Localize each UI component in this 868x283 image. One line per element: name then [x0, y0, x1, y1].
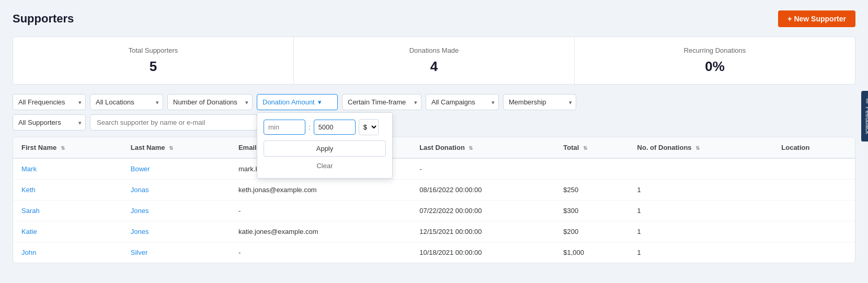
table-cell: 1 [629, 180, 773, 201]
page-title: Supporters [13, 12, 74, 26]
table-cell: - [230, 201, 411, 221]
col-no-donations[interactable]: No. of Donations ⇅ [629, 137, 773, 158]
sort-no-donations-icon: ⇅ [695, 145, 700, 151]
table-cell [773, 158, 855, 180]
table-cell[interactable]: Katie [13, 221, 122, 242]
donations-count-filter[interactable]: Number of Donations [167, 94, 253, 110]
stat-recurring-donations-label: Recurring Donations [587, 46, 842, 54]
stat-total-supporters: Total Supporters 5 [13, 37, 294, 84]
table-cell: - [411, 158, 555, 180]
donation-max-input[interactable] [314, 120, 356, 135]
table-cell [773, 201, 855, 221]
table-cell: 08/16/2022 00:00:00 [411, 180, 555, 201]
table-cell [629, 158, 773, 180]
chevron-down-icon: ▾ [318, 98, 322, 106]
filters-row-1: All Frequencies All Locations Number of … [13, 94, 855, 110]
table-cell: 10/18/2021 00:00:00 [411, 242, 555, 263]
table-cell[interactable]: Mark [13, 158, 122, 180]
sort-last-donation-icon: ⇅ [469, 145, 473, 151]
stat-recurring-donations-value: 0% [587, 58, 842, 75]
table-cell [773, 242, 855, 263]
stat-recurring-donations: Recurring Donations 0% [575, 37, 855, 84]
donation-amount-label: Donation Amount [262, 98, 315, 106]
table-cell: 1 [629, 201, 773, 221]
table-row: SarahJones-07/22/2022 00:00:00$3001 [13, 201, 855, 221]
search-input[interactable] [90, 114, 257, 131]
table-row: JohnSilver-10/18/2021 00:00:00$1,0001 [13, 242, 855, 263]
sort-first-name-icon: ⇅ [61, 145, 65, 151]
feedback-icon: ✉ [864, 98, 868, 103]
sort-last-name-icon: ⇅ [169, 145, 173, 151]
donation-amount-filter-container: Donation Amount ▾ : $ € £ Apply Clear [257, 94, 338, 110]
table-cell: $1,000 [555, 242, 629, 263]
supporters-type-filter[interactable]: All Supporters [13, 114, 86, 131]
frequencies-filter[interactable]: All Frequencies [13, 94, 86, 110]
table-cell: 1 [629, 221, 773, 242]
table-cell: 07/22/2022 00:00:00 [411, 201, 555, 221]
table-cell[interactable]: Sarah [13, 201, 122, 221]
table-cell: $300 [555, 201, 629, 221]
locations-filter[interactable]: All Locations [90, 94, 163, 110]
frequencies-select[interactable]: All Frequencies [13, 94, 86, 110]
campaigns-filter[interactable]: All Campaigns [426, 94, 499, 110]
new-supporter-button[interactable]: + New Supporter [778, 10, 855, 27]
donation-amount-button[interactable]: Donation Amount ▾ [257, 94, 338, 110]
stat-donations-made: Donations Made 4 [294, 37, 575, 84]
col-last-donation[interactable]: Last Donation ⇅ [411, 137, 555, 158]
timeframe-select[interactable]: Certain Time-frame [342, 94, 421, 110]
sort-total-icon: ⇅ [583, 145, 587, 151]
table-cell[interactable]: John [13, 242, 122, 263]
table-cell [773, 221, 855, 242]
table-cell [773, 180, 855, 201]
feedback-label: Feedback [864, 107, 868, 134]
col-location: Location [773, 137, 855, 158]
table-row: KatieJoneskatie.jones@example.com12/15/2… [13, 221, 855, 242]
table-row: MarkBowermark.bower@example.com- [13, 158, 855, 180]
donation-amount-dropdown: : $ € £ Apply Clear [257, 112, 393, 179]
table-cell[interactable]: Jonas [122, 180, 230, 201]
table-cell [555, 158, 629, 180]
table-row: KethJonasketh.jonas@example.com08/16/202… [13, 180, 855, 201]
membership-filter[interactable]: Membership [503, 94, 576, 110]
table-cell[interactable]: Jones [122, 221, 230, 242]
stats-row: Total Supporters 5 Donations Made 4 Recu… [13, 37, 855, 85]
table-cell: keth.jonas@example.com [230, 180, 411, 201]
stat-total-supporters-value: 5 [26, 58, 281, 75]
clear-button[interactable]: Clear [264, 160, 386, 172]
apply-button[interactable]: Apply [264, 140, 386, 157]
locations-select[interactable]: All Locations [90, 94, 163, 110]
currency-select[interactable]: $ € £ [359, 119, 379, 135]
filters-row-2: All Supporters [13, 114, 855, 131]
col-last-name[interactable]: Last Name ⇅ [122, 137, 230, 158]
table-cell[interactable]: Jones [122, 201, 230, 221]
donation-min-input[interactable] [264, 120, 305, 135]
table-cell: - [230, 242, 411, 263]
supporters-table: First Name ⇅ Last Name ⇅ Email ⇅ Last Do… [13, 137, 855, 263]
table-cell[interactable]: Silver [122, 242, 230, 263]
supporters-type-select[interactable]: All Supporters [13, 114, 86, 131]
donations-count-select[interactable]: Number of Donations [167, 94, 253, 110]
col-total[interactable]: Total ⇅ [555, 137, 629, 158]
table-cell: $250 [555, 180, 629, 201]
table-header-row: First Name ⇅ Last Name ⇅ Email ⇅ Last Do… [13, 137, 855, 158]
table-cell: 1 [629, 242, 773, 263]
feedback-tab[interactable]: ✉ Feedback [861, 91, 868, 142]
table-cell[interactable]: Bower [122, 158, 230, 180]
campaigns-select[interactable]: All Campaigns [426, 94, 499, 110]
timeframe-filter[interactable]: Certain Time-frame [342, 94, 421, 110]
col-first-name[interactable]: First Name ⇅ [13, 137, 122, 158]
stat-total-supporters-label: Total Supporters [26, 46, 281, 54]
table-cell: 12/15/2021 00:00:00 [411, 221, 555, 242]
stat-donations-made-value: 4 [306, 58, 562, 75]
membership-select[interactable]: Membership [503, 94, 576, 110]
table-cell[interactable]: Keth [13, 180, 122, 201]
supporters-table-wrapper: First Name ⇅ Last Name ⇅ Email ⇅ Last Do… [13, 137, 855, 263]
stat-donations-made-label: Donations Made [306, 46, 562, 54]
donation-range-inputs: : $ € £ [264, 119, 386, 135]
table-cell: katie.jones@example.com [230, 221, 411, 242]
table-cell: $200 [555, 221, 629, 242]
range-separator: : [309, 123, 311, 131]
